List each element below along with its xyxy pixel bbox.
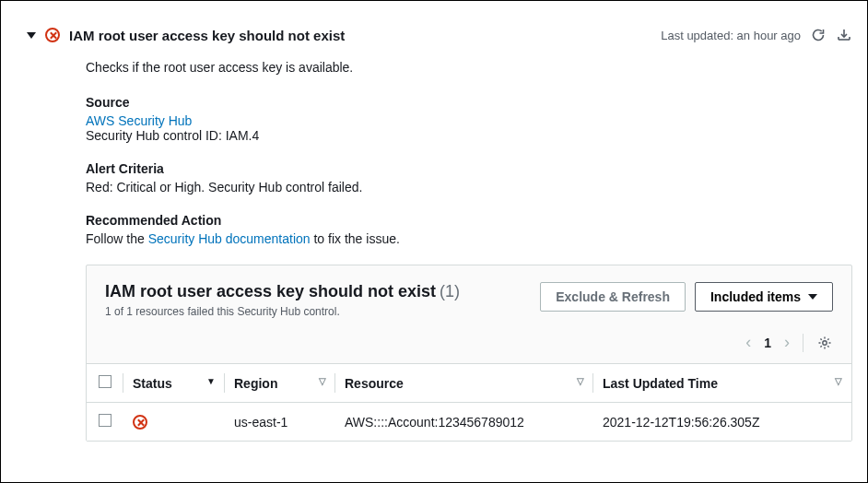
col-status-label: Status xyxy=(133,376,172,391)
col-region[interactable]: Region▽ xyxy=(225,364,335,403)
row-region: us-east-1 xyxy=(225,403,335,442)
source-link[interactable]: AWS Security Hub xyxy=(86,113,192,128)
sort-icon: ▽ xyxy=(835,376,842,386)
row-status-critical-icon xyxy=(133,415,147,430)
select-all-checkbox[interactable] xyxy=(99,375,111,388)
action-suffix: to fix the issue. xyxy=(311,231,400,246)
expand-caret[interactable] xyxy=(27,32,36,39)
pager-next[interactable]: › xyxy=(784,333,790,352)
check-title: IAM root user access key should not exis… xyxy=(69,28,345,43)
pager-page: 1 xyxy=(764,336,771,350)
col-resource-label: Resource xyxy=(345,376,404,391)
row-resource: AWS::::Account:123456789012 xyxy=(335,403,593,442)
sort-icon: ▽ xyxy=(577,376,584,386)
col-status[interactable]: Status▼ xyxy=(123,364,225,403)
divider xyxy=(803,334,803,352)
action-prefix: Follow the xyxy=(86,231,148,246)
col-last-updated-label: Last Updated Time xyxy=(603,376,718,391)
row-checkbox[interactable] xyxy=(99,414,111,427)
sort-icon: ▽ xyxy=(319,376,326,386)
table-row: us-east-1 AWS::::Account:123456789012 20… xyxy=(87,403,851,442)
last-updated-label: Last updated: an hour ago xyxy=(661,29,801,42)
sort-desc-icon: ▼ xyxy=(206,376,216,386)
panel-title: IAM root user access key should not exis… xyxy=(105,282,436,300)
included-items-button[interactable]: Included items xyxy=(695,282,833,312)
action-label: Recommended Action xyxy=(86,213,852,228)
source-id: Security Hub control ID: IAM.4 xyxy=(86,128,852,143)
source-label: Source xyxy=(86,95,852,110)
svg-point-0 xyxy=(823,340,827,344)
col-region-label: Region xyxy=(234,376,277,391)
action-text: Follow the Security Hub documentation to… xyxy=(86,231,852,246)
criteria-text: Red: Critical or High. Security Hub cont… xyxy=(86,180,852,194)
panel-subtitle: 1 of 1 resources failed this Security Hu… xyxy=(105,305,460,318)
col-resource[interactable]: Resource▽ xyxy=(335,364,593,403)
chevron-down-icon xyxy=(808,294,817,300)
panel-count: (1) xyxy=(440,282,460,300)
exclude-refresh-button[interactable]: Exclude & Refresh xyxy=(540,282,686,312)
resources-table: Status▼ Region▽ Resource▽ Last Updated T… xyxy=(87,363,851,441)
row-last-updated: 2021-12-12T19:56:26.305Z xyxy=(593,403,851,442)
pager-prev[interactable]: ‹ xyxy=(745,333,751,352)
col-last-updated[interactable]: Last Updated Time▽ xyxy=(593,364,851,403)
criteria-label: Alert Criteria xyxy=(86,161,852,176)
download-icon[interactable] xyxy=(836,27,852,43)
status-critical-icon xyxy=(45,28,60,42)
resources-panel: IAM root user access key should not exis… xyxy=(86,265,852,442)
action-link[interactable]: Security Hub documentation xyxy=(148,231,311,246)
refresh-icon[interactable] xyxy=(810,27,827,43)
included-items-label: Included items xyxy=(710,289,801,304)
check-description: Checks if the root user access key is av… xyxy=(86,60,852,75)
settings-gear-icon[interactable] xyxy=(816,335,833,351)
